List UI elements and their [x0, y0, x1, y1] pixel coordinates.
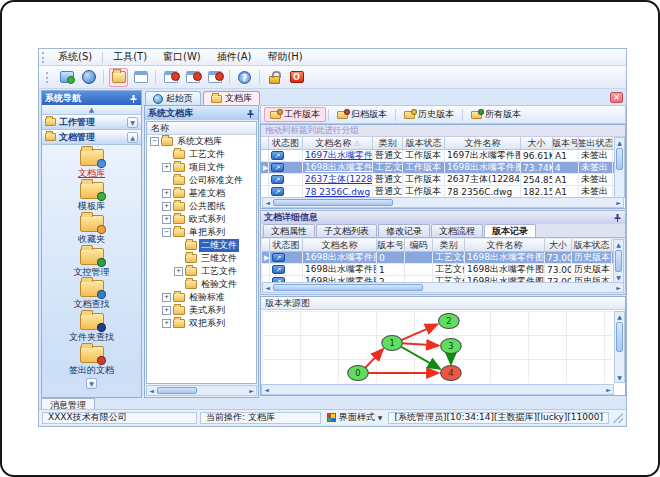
column-header-版本状态[interactable]: 版本状态	[572, 239, 612, 251]
sidebar-item-文控管理[interactable]: 文控管理	[42, 247, 141, 280]
column-header-类别[interactable]: 类别	[373, 137, 403, 149]
version-node-3[interactable]: 3	[441, 339, 462, 354]
scroll-right-icon[interactable]: ►	[614, 283, 623, 292]
detail-grid-horizontal-scrollbar[interactable]: ◄ ►	[262, 282, 624, 293]
detail-tab-修改记录[interactable]: 修改记录	[378, 224, 430, 237]
cell-text[interactable]: 1698出水嘴零件图.dwg	[305, 162, 373, 173]
expand-icon[interactable]: +	[162, 215, 171, 224]
column-header-文件名称[interactable]: 文件名称	[465, 239, 545, 251]
column-header-状态图[interactable]: 状态图	[269, 137, 303, 149]
tree-node-检验标准[interactable]: +检验标准	[147, 291, 256, 304]
scroll-down-icon[interactable]: ▼	[615, 373, 624, 382]
tree-node-工艺文件[interactable]: 工艺文件	[147, 148, 256, 161]
scroll-right-icon[interactable]: ►	[604, 385, 613, 394]
close-tab-icon[interactable]: ×	[610, 92, 623, 103]
table-row[interactable]: ↗1697出水嘴零件图.dwg普通文档工作版本1697出水嘴零件图.dwg96.…	[261, 150, 625, 162]
sidebar-bottom-strip[interactable]: ▼	[42, 378, 141, 389]
graph-vertical-scrollbar[interactable]: ▲ ▼	[614, 311, 625, 383]
scrollbar-thumb[interactable]	[273, 199, 393, 206]
expand-icon[interactable]: +	[174, 267, 183, 276]
ui-style-dropdown[interactable]: 界面样式 ▼	[324, 412, 386, 424]
expand-icon[interactable]: +	[162, 202, 171, 211]
column-header-状态图[interactable]: 状态图	[270, 239, 303, 251]
pin-icon[interactable]	[246, 109, 255, 118]
cell-text[interactable]: 78 2356C.dwg	[305, 187, 370, 197]
scrollbar-thumb[interactable]	[615, 250, 622, 272]
scrollbar-thumb[interactable]	[273, 284, 423, 291]
column-header-大小[interactable]: 大小	[545, 239, 572, 251]
sidebar-item-收藏夹[interactable]: 收藏夹	[42, 214, 141, 247]
tree-node-公司标准文件[interactable]: 公司标准文件	[147, 174, 256, 187]
network-globe-icon[interactable]	[79, 68, 98, 87]
sidebar-item-文件夹查找[interactable]: 文件夹查找	[42, 312, 141, 345]
menu-item-2[interactable]: 工具(T)	[105, 49, 155, 65]
scroll-right-icon[interactable]: ►	[614, 198, 623, 207]
expand-icon[interactable]: +	[162, 319, 171, 328]
menu-item-1[interactable]: 系统(S)	[50, 49, 100, 65]
collapse-icon[interactable]: −	[162, 228, 171, 237]
workspace-tab-文档库[interactable]: 文档库	[203, 91, 260, 105]
column-header-编码[interactable]: 编码	[405, 239, 433, 251]
tree-node-工艺文件[interactable]: +工艺文件	[147, 265, 256, 278]
table-row[interactable]: ↗2637主体(12284).dwg普通文档工作版本2637主体(12284).…	[261, 174, 625, 186]
tree-node-公共图纸[interactable]: +公共图纸	[147, 200, 256, 213]
column-header-类别[interactable]: 类别	[433, 239, 465, 251]
expand-icon[interactable]: +	[162, 293, 171, 302]
version-button-归档版本[interactable]: 归档版本	[331, 107, 393, 122]
sidebar-item-文档库[interactable]: 文档库	[42, 148, 141, 181]
scroll-left-icon[interactable]: ◄	[147, 386, 156, 395]
upper-grid-horizontal-scrollbar[interactable]: ◄ ►	[262, 197, 624, 208]
document-library-window-icon[interactable]	[109, 68, 128, 87]
column-header-大小[interactable]: 大小	[521, 137, 553, 149]
expand-icon[interactable]: +	[162, 306, 171, 315]
scroll-up-icon[interactable]: ▲	[614, 240, 623, 249]
pin-icon[interactable]	[129, 94, 138, 103]
tree-column-header[interactable]: 名称	[147, 122, 256, 135]
tree-node-检验文件[interactable]: 检验文件	[147, 278, 256, 291]
expand-icon[interactable]: +	[162, 189, 171, 198]
chevron-down-icon[interactable]: ▼	[127, 117, 138, 128]
column-header-文件名称[interactable]: 文件名称	[445, 137, 521, 149]
detail-tab-版本记录[interactable]: 版本记录	[484, 224, 536, 237]
cell-text[interactable]: 2637主体(12284).dwg	[305, 174, 373, 185]
detail-tab-文档属性[interactable]: 文档属性	[263, 224, 315, 237]
scroll-left-icon[interactable]: ◄	[263, 283, 272, 292]
close-all-icon[interactable]	[205, 68, 224, 87]
column-header-文档名称[interactable]: 文档名称	[303, 239, 377, 251]
version-button-所有版本[interactable]: 所有版本	[465, 107, 527, 122]
tree-node-系统文档库[interactable]: −系统文档库	[147, 135, 256, 148]
version-node-4[interactable]: 4	[441, 366, 462, 381]
scroll-up-icon[interactable]: ▲	[615, 312, 624, 321]
menu-item-3[interactable]: 窗口(W)	[155, 49, 209, 65]
menu-item-5[interactable]: 帮助(H)	[259, 49, 310, 65]
sidebar-item-文档查找[interactable]: 文档查找	[42, 279, 141, 312]
column-header-签出状态[interactable]: 签出状态	[579, 137, 613, 149]
column-header-版本状态[interactable]: 版本状态	[403, 137, 445, 149]
column-header-版本号[interactable]: 版本号	[377, 239, 405, 251]
tree-node-双把系列[interactable]: +双把系列	[147, 317, 256, 330]
sidebar-item-模板库[interactable]: 模板库	[42, 181, 141, 214]
version-button-历史版本[interactable]: 历史版本	[398, 107, 460, 122]
version-graph-canvas[interactable]: 01234	[262, 311, 613, 383]
expand-icon[interactable]: +	[162, 163, 171, 172]
column-header-文档名称[interactable]: 文档名称△	[303, 137, 373, 149]
resize-grip[interactable]	[613, 413, 623, 423]
version-node-1[interactable]: 1	[382, 336, 403, 351]
graph-horizontal-scrollbar[interactable]: ◄ ►	[261, 384, 614, 395]
upper-grid-vertical-scrollbar[interactable]: ▲	[614, 137, 625, 198]
tree-node-三维文件[interactable]: 三维文件	[147, 252, 256, 265]
workspace-tab-起始页[interactable]: 起始页	[145, 91, 201, 105]
detail-tab-文档流程[interactable]: 文档流程	[431, 224, 483, 237]
lock-icon[interactable]	[265, 68, 284, 87]
detail-tab-子文档列表[interactable]: 子文档列表	[316, 224, 377, 237]
scroll-up-icon[interactable]: ▲	[615, 138, 624, 147]
version-node-0[interactable]: 0	[348, 366, 369, 381]
system-icon[interactable]	[57, 68, 76, 87]
detail-grid-vertical-scrollbar[interactable]: ▲ ▼	[613, 239, 624, 284]
pin-icon[interactable]	[613, 213, 622, 222]
scrollbar-thumb[interactable]	[616, 322, 623, 352]
sidebar-collapse-strip[interactable]: ▲	[42, 105, 141, 115]
scroll-down-icon[interactable]: ▼	[614, 273, 623, 282]
version-node-2[interactable]: 2	[439, 314, 460, 329]
layout-window-icon[interactable]	[131, 68, 150, 87]
